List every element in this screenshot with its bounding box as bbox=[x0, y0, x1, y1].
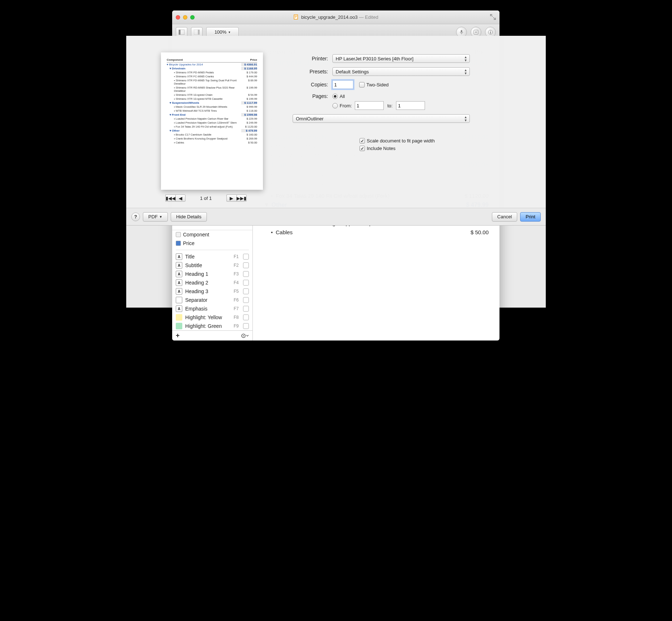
minimize-button[interactable] bbox=[183, 15, 187, 20]
preview-row: • Loaded Precision Napalm Carbon Riser B… bbox=[167, 117, 257, 121]
pages-from-radio[interactable] bbox=[332, 103, 338, 108]
sidebar-style[interactable]: AHeading 2F4 bbox=[172, 278, 252, 287]
two-sided-label: Two-Sided bbox=[366, 82, 388, 87]
preview-row: • Shimano XTR FC-M985 Cranks$ 444.99 bbox=[167, 74, 257, 78]
sidebar-style[interactable]: AEmphasisF7 bbox=[172, 304, 252, 313]
sidebar-column[interactable]: Price bbox=[172, 239, 252, 248]
add-style-button[interactable]: + bbox=[176, 332, 180, 339]
zoom-button[interactable] bbox=[190, 15, 195, 20]
preview-row: • Mavic CrossMax SLR 29 Mountain Wheels$… bbox=[167, 105, 257, 109]
preview-row: • WTB Weirwolf AM TCS MTB Tires$ 118.00 bbox=[167, 109, 257, 113]
sidebar-style[interactable]: Highlight: GreenF9 bbox=[172, 322, 252, 330]
sidebar-style[interactable]: SeparatorF6 bbox=[172, 296, 252, 304]
fullscreen-button[interactable] bbox=[489, 13, 497, 21]
print-preview: ComponentPrice ▾ Bicycle Upgrades for 20… bbox=[161, 52, 263, 190]
preview-header-price: Price bbox=[250, 58, 257, 61]
style-checkbox[interactable] bbox=[243, 288, 249, 294]
pages-to-input[interactable] bbox=[396, 101, 425, 110]
preview-row: • Loaded Precision Napalm Carbon 120mm/6… bbox=[167, 121, 257, 125]
preview-row: • Shimano XTR FD-M985 Top Swing Dual Pul… bbox=[167, 78, 257, 86]
cancel-button[interactable]: Cancel bbox=[492, 212, 517, 222]
style-checkbox[interactable] bbox=[243, 306, 249, 312]
app-panel-select[interactable]: OmniOutliner▲▼ bbox=[293, 114, 470, 123]
preview-row: • Cables$ 50.00 bbox=[167, 141, 257, 145]
sidebar-style[interactable]: AHeading 3F5 bbox=[172, 287, 252, 296]
preview-row: • Shimano XTR PD-M985 Pedals$ 179.00 bbox=[167, 70, 257, 74]
include-notes-checkbox[interactable] bbox=[360, 146, 365, 151]
style-checkbox[interactable] bbox=[243, 271, 249, 277]
scale-checkbox[interactable] bbox=[360, 138, 365, 144]
preview-row: • Shimano XTR RD-M985 Shadow Plus SGS Re… bbox=[167, 86, 257, 93]
document-icon bbox=[293, 14, 298, 20]
include-notes-label: Include Notes bbox=[367, 146, 396, 151]
preview-row: ▾ Front End$ 1599.98 bbox=[167, 113, 257, 117]
pages-from-input[interactable] bbox=[355, 101, 384, 110]
svg-rect-2 bbox=[179, 30, 180, 35]
style-checkbox[interactable] bbox=[243, 314, 249, 320]
pages-from-label: From: bbox=[340, 103, 352, 108]
printer-select[interactable]: HP LaserJet P3010 Series [4th Floor]▲▼ bbox=[332, 54, 470, 63]
presets-select[interactable]: Default Settings▲▼ bbox=[332, 67, 470, 76]
last-page-button[interactable]: ▶▶▮ bbox=[237, 194, 247, 202]
style-checkbox[interactable] bbox=[243, 262, 249, 268]
preview-header-component: Component bbox=[167, 58, 250, 61]
print-options: Printer: HP LaserJet P3010 Series [4th F… bbox=[289, 54, 470, 155]
preview-row: • Brooks C17 Cambium Saddle$ 160.00 bbox=[167, 133, 257, 137]
doc-row: •Cables$ 50.00 bbox=[264, 228, 489, 237]
sidebar-style[interactable]: ATitleF1 bbox=[172, 252, 252, 261]
svg-rect-0 bbox=[294, 15, 298, 19]
svg-rect-5 bbox=[461, 30, 462, 33]
preview-row: • Fox 34 Talas 29 140 Fit Ctd w/trail ad… bbox=[167, 125, 257, 129]
preview-row: • Crank Brothers Kronolog Dropper Seatpo… bbox=[167, 137, 257, 141]
preview-row: • Shimano XTR 10-speed MTB Cassette$ 199… bbox=[167, 97, 257, 101]
sidebar-style[interactable]: AHeading 1F3 bbox=[172, 270, 252, 278]
sidebar-style[interactable]: ASubtitleF2 bbox=[172, 261, 252, 270]
style-checkbox[interactable] bbox=[243, 280, 249, 286]
copies-input[interactable] bbox=[332, 80, 353, 89]
print-button[interactable]: Print bbox=[520, 212, 541, 222]
page-indicator: 1 of 1 bbox=[200, 196, 212, 201]
preview-row: ▾ Suspension/Wheels$ 1117.99 bbox=[167, 101, 257, 105]
svg-point-11 bbox=[243, 335, 244, 336]
svg-point-8 bbox=[490, 31, 491, 31]
pages-all-label: All bbox=[340, 94, 345, 99]
print-sheet-buttons: ? PDF ▼ Hide Details Cancel Print bbox=[126, 208, 546, 225]
style-actions-button[interactable] bbox=[241, 333, 249, 338]
preview-row: ▾ Drivetrain$ 1168.95 bbox=[167, 67, 257, 70]
help-button[interactable]: ? bbox=[131, 213, 140, 221]
style-checkbox[interactable] bbox=[243, 323, 249, 329]
svg-rect-9 bbox=[490, 32, 491, 34]
preview-pager: ▮◀◀ ◀ 1 of 1 ▶ ▶▶▮ bbox=[165, 194, 247, 202]
prev-page-button[interactable]: ◀ bbox=[175, 194, 186, 202]
copies-label: Copies: bbox=[289, 82, 332, 87]
sidebar-style[interactable]: Highlight: YellowF8 bbox=[172, 313, 252, 322]
titlebar: bicycle_upgrade_2014.oo3 — Edited bbox=[172, 10, 499, 24]
style-checkbox[interactable] bbox=[243, 297, 249, 303]
style-checkbox[interactable] bbox=[243, 254, 249, 260]
hide-details-button[interactable]: Hide Details bbox=[171, 212, 207, 222]
printer-label: Printer: bbox=[289, 56, 332, 61]
preview-row: • Shimano XTR 10-speed Chain$ 54.99 bbox=[167, 93, 257, 97]
close-button[interactable] bbox=[176, 15, 180, 20]
presets-label: Presets: bbox=[289, 69, 332, 74]
next-page-button[interactable]: ▶ bbox=[226, 194, 237, 202]
pages-to-label: to: bbox=[387, 103, 392, 108]
pdf-button[interactable]: PDF ▼ bbox=[143, 212, 168, 222]
preview-row: ▾ Other$ 479.99 bbox=[167, 129, 257, 133]
scale-label: Scale document to fit page width bbox=[367, 138, 435, 144]
svg-rect-4 bbox=[198, 30, 200, 35]
first-page-button[interactable]: ▮◀◀ bbox=[165, 194, 175, 202]
window-title: bicycle_upgrade_2014.oo3 — Edited bbox=[172, 14, 499, 20]
preview-row: ▾ Bicycle Upgrades for 2014$ 4366.91 bbox=[167, 63, 257, 67]
pages-label: Pages: bbox=[289, 93, 332, 99]
sidebar-column[interactable]: Component bbox=[172, 230, 252, 239]
two-sided-checkbox[interactable] bbox=[359, 82, 365, 87]
pages-all-radio[interactable] bbox=[332, 94, 338, 99]
